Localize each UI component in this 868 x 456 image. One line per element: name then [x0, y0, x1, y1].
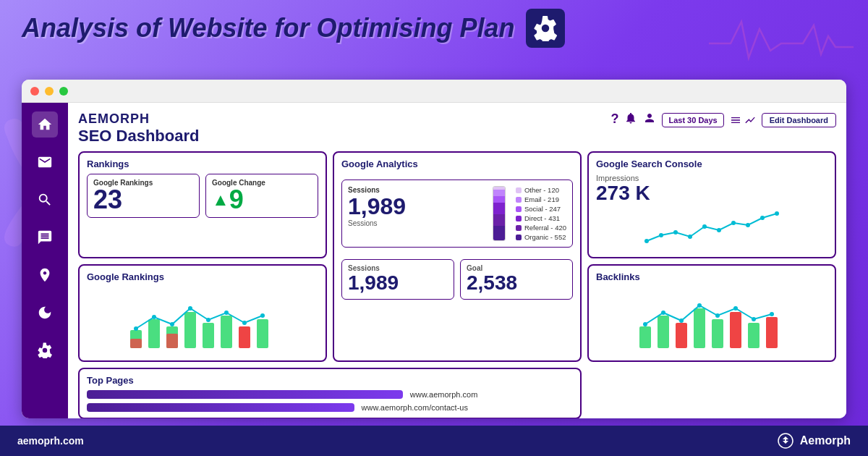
svg-point-37: [661, 311, 665, 315]
svg-point-6: [731, 221, 736, 225]
sidebar: [22, 103, 68, 418]
gsc-card: Google Search Console Impressions 273 K: [587, 151, 836, 258]
sessions2-value: 1,989: [348, 272, 448, 295]
google-rankings-box: Google Rankings 23: [87, 174, 200, 218]
legend-dot-organic: [516, 235, 522, 240]
legend-organic: Organic - 552: [516, 233, 566, 241]
svg-rect-19: [257, 319, 268, 348]
page-title: Analysis of Website for Optimising Plan: [22, 13, 514, 43]
svg-point-3: [688, 235, 692, 239]
svg-point-9: [775, 211, 779, 216]
sidebar-item-reports[interactable]: [32, 300, 58, 326]
legend-label-other: Other - 120: [524, 186, 559, 194]
sessions-left: Sessions 1,989 Sessions: [348, 186, 482, 241]
svg-rect-18: [239, 326, 250, 348]
gear-icon-box: [526, 9, 565, 48]
edit-dashboard-button[interactable]: Edit Dashboard: [762, 113, 836, 127]
legend-label-referral: Referral - 420: [524, 224, 566, 232]
legend-label-email: Email - 219: [524, 195, 559, 203]
svg-point-42: [752, 317, 756, 321]
browser-dot-green[interactable]: [59, 87, 68, 96]
top-bar: AEMORPH SEO Dashboard ? Last 30 Days: [78, 111, 836, 145]
top-right-controls: ? Last 30 Days Edit Dashboard: [610, 111, 836, 128]
bar-email: [493, 190, 505, 195]
sidebar-item-search[interactable]: [32, 187, 58, 213]
svg-rect-33: [730, 312, 741, 348]
svg-rect-14: [166, 334, 178, 348]
rankings-metrics: Google Rankings 23 Google Change ▲ 9: [87, 174, 318, 218]
google-change-box: Google Change ▲ 9: [205, 174, 318, 218]
google-change-value-row: ▲ 9: [212, 187, 312, 213]
svg-point-36: [643, 322, 647, 326]
browser-dot-yellow[interactable]: [45, 87, 54, 96]
google-change-value: 9: [229, 187, 244, 213]
top-page-url-1: www.aemorph.com: [410, 390, 478, 399]
top-pages-card: Top Pages www.aemorph.com www.aemorph.co…: [78, 368, 582, 418]
svg-point-40: [715, 313, 720, 318]
svg-point-20: [134, 326, 138, 331]
svg-rect-16: [203, 323, 214, 348]
sessions-widget: Sessions 1,989 Sessions: [341, 180, 573, 248]
sidebar-item-mail[interactable]: [32, 149, 58, 175]
svg-point-27: [260, 313, 265, 318]
legend-email: Email - 219: [516, 195, 566, 203]
browser-dot-red[interactable]: [30, 87, 39, 96]
top-page-row-2: www.aemorph.com/contact-us: [87, 403, 573, 412]
svg-point-38: [679, 318, 684, 323]
help-icon[interactable]: ?: [610, 111, 618, 128]
legend-dot-referral: [516, 225, 522, 231]
svg-point-24: [206, 318, 210, 322]
svg-point-1: [659, 233, 663, 237]
goal-box: Goal 2,538: [460, 259, 573, 300]
impressions-chart: [596, 205, 827, 248]
sessions-label-bottom: Sessions: [348, 219, 482, 227]
top-pages-title: Top Pages: [87, 375, 573, 386]
svg-point-41: [733, 306, 738, 311]
top-icons: ?: [610, 111, 656, 128]
footer-brand-name: Aemorph: [800, 434, 851, 447]
bar-direct: [493, 203, 505, 214]
gear-icon: [532, 15, 558, 41]
sidebar-item-home[interactable]: [32, 111, 58, 138]
legend-dot-email: [516, 197, 522, 203]
filter-icons: [730, 114, 756, 126]
svg-rect-29: [658, 316, 669, 348]
sidebar-item-location[interactable]: [32, 262, 58, 288]
svg-point-26: [242, 321, 247, 325]
google-change-label: Google Change: [212, 179, 312, 187]
impressions-value: 273 K: [596, 182, 827, 205]
sidebar-item-chat[interactable]: [32, 224, 58, 250]
svg-point-23: [188, 306, 192, 311]
bar-organic: [493, 226, 505, 240]
user-icon[interactable]: [643, 111, 656, 128]
svg-rect-32: [712, 319, 723, 348]
brand-section: AEMORPH SEO Dashboard: [78, 111, 199, 145]
svg-rect-31: [694, 308, 705, 348]
svg-point-0: [644, 239, 649, 243]
legend-dot-social: [516, 206, 522, 212]
legend-other: Other - 120: [516, 186, 566, 194]
gsc-title: Google Search Console: [596, 159, 827, 169]
svg-point-43: [770, 312, 774, 316]
google-rankings-value: 23: [93, 187, 193, 213]
arrow-up-icon: ▲: [212, 190, 229, 210]
footer-logo-icon: [777, 432, 794, 449]
legend-social: Social - 247: [516, 205, 566, 213]
chart-icon: [744, 114, 756, 126]
browser-window: AEMORPH SEO Dashboard ? Last 30 Days: [22, 80, 846, 418]
bell-icon[interactable]: [624, 111, 637, 128]
rankings-card: Rankings Google Rankings 23 Google Chang…: [78, 151, 327, 258]
legend-label-organic: Organic - 552: [524, 233, 566, 241]
svg-rect-17: [221, 316, 232, 348]
backlinks-card: Backlinks: [587, 264, 836, 362]
date-filter[interactable]: Last 30 Days: [662, 113, 723, 127]
sessions-number: 1,989: [348, 194, 482, 219]
top-page-url-2: www.aemorph.com/contact-us: [362, 403, 468, 412]
svg-point-4: [702, 224, 707, 229]
legend-dot-direct: [516, 216, 522, 221]
sessions-goal-row: Sessions 1,989 Goal 2,538: [341, 259, 573, 300]
svg-rect-11: [130, 339, 142, 348]
sidebar-item-settings[interactable]: [32, 337, 58, 363]
svg-point-25: [224, 311, 229, 315]
dashboard-content: AEMORPH SEO Dashboard ? Last 30 Days: [22, 103, 846, 418]
